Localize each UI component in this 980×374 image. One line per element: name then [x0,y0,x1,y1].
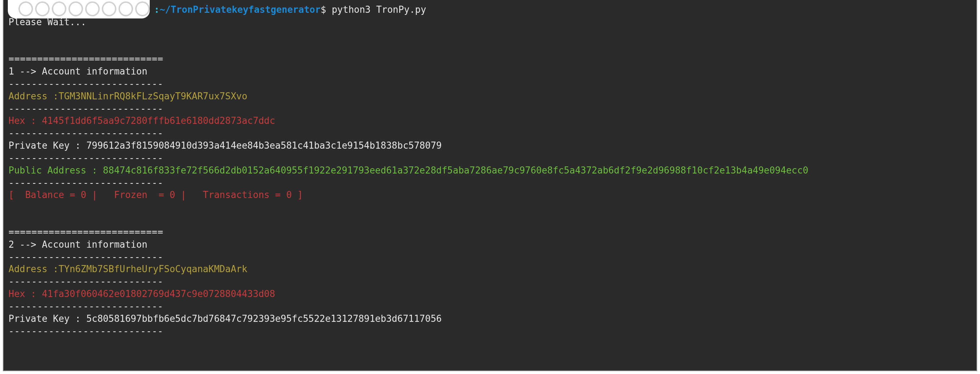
divider-dashes: --------------------------- [8,177,972,189]
prompt-dollar: $ [321,4,326,15]
redaction-circle [52,2,66,16]
divider-dashes: --------------------------- [8,300,972,313]
prompt-cwd: ~/TronPrivatekeyfastgenerator [160,4,321,15]
divider-dashes: --------------------------- [8,152,972,164]
redaction-circle [102,2,116,16]
divider-dashes: --------------------------- [8,251,972,263]
address-line: Address :TGM3NNLinrRQ8kFLzSqayT9KAR7ux7S… [8,90,972,103]
redaction-circle [135,2,150,16]
prompt-separator: : [154,4,160,15]
public-address-line: Public Address : 88474c816f833fe72f566d2… [8,164,972,177]
private-key-line: Private Key : 5c80581697bbfb6e5dc7bd7684… [8,313,972,325]
prompt-line: :~/TronPrivatekeyfastgenerator$ python3 … [154,3,972,16]
account-header: 1 --> Account information [8,65,972,78]
divider-equals: =========================== [8,53,972,65]
wait-line: Please Wait... [8,16,972,29]
private-key-line: Private Key : 799612a3f8159084910d393a41… [8,140,972,152]
divider-dashes: --------------------------- [8,275,972,288]
terminal-window[interactable]: :~/TronPrivatekeyfastgenerator$ python3 … [3,0,977,371]
divider-dashes: --------------------------- [8,103,972,115]
redaction-circle [119,2,133,16]
divider-dashes: --------------------------- [8,325,972,337]
redaction-circle [85,2,100,16]
account-header: 2 --> Account information [8,239,972,251]
hex-line: Hex : 41fa30f060462e01802769d437c9e07288… [8,288,972,300]
divider-dashes: --------------------------- [8,127,972,140]
redaction-circle [35,2,50,16]
prompt-command: python3 TronPy.py [332,4,426,15]
hex-line: Hex : 4145f1dd6f5aa9c7280fffb61e6180dd28… [8,115,972,127]
redaction-circle [68,2,83,16]
divider-equals: =========================== [8,226,972,239]
address-line: Address :TYn6ZMb7SBfUrheUryFSoCyqanaKMDa… [8,263,972,275]
redaction-circle [18,2,33,16]
stats-line: [ Balance = 0 | Frozen = 0 | Transaction… [8,189,972,201]
divider-dashes: --------------------------- [8,78,972,90]
redaction-overlay [8,0,150,18]
